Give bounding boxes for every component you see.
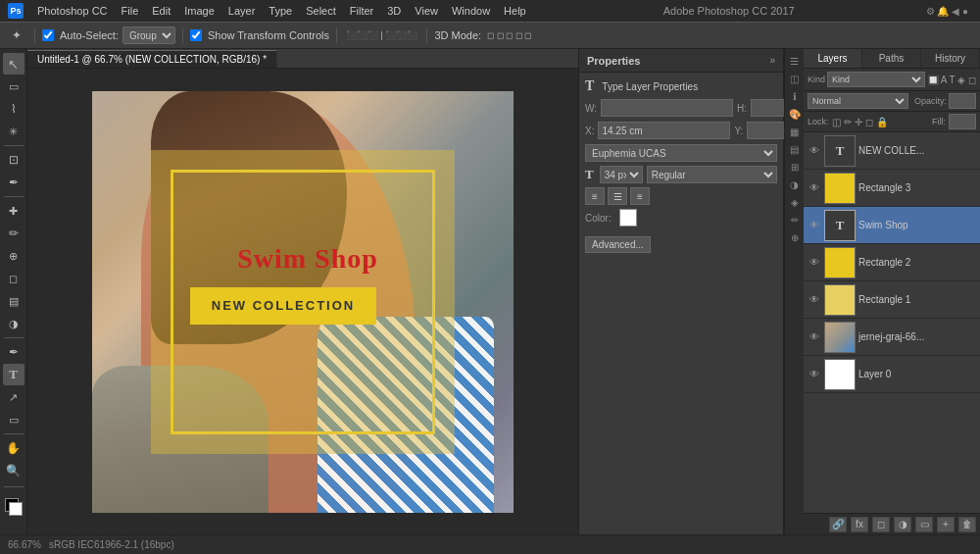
layer-item-layer0[interactable]: 👁 Layer 0 <box>804 356 980 393</box>
pattern-btn[interactable]: ⊞ <box>787 159 803 175</box>
layer-item-rect1[interactable]: 👁 Rectangle 1 <box>804 281 980 319</box>
styles-btn[interactable]: ◈ <box>787 194 803 210</box>
menu-3d[interactable]: 3D <box>381 3 407 19</box>
layer-eye-1[interactable]: 👁 <box>808 182 821 193</box>
menu-select[interactable]: Select <box>300 3 342 19</box>
layer-eye-6[interactable]: 👁 <box>808 369 821 379</box>
new-group-btn[interactable]: ▭ <box>915 517 933 532</box>
type-tool[interactable]: T <box>3 364 24 385</box>
lasso-tool[interactable]: ⌇ <box>3 98 24 120</box>
advanced-button[interactable]: Advanced... <box>585 236 651 253</box>
align-left-btn[interactable]: ≡ <box>585 187 605 205</box>
move-tool-btn[interactable]: ✦ <box>6 25 27 46</box>
align-center-btn[interactable]: ☰ <box>608 187 627 205</box>
layer-item-rect3[interactable]: 👁 Rectangle 3 <box>804 170 980 207</box>
tab-layers[interactable]: Layers <box>804 49 862 68</box>
3d-mode-icons: ◻ ◻ ◻ ◻ ◻ <box>487 30 531 40</box>
layer-item-rect2[interactable]: 👁 Rectangle 2 <box>804 244 980 281</box>
layer-style-btn[interactable]: fx <box>851 517 868 532</box>
auto-select-dropdown[interactable]: Group <box>122 26 175 44</box>
layer-eye-2[interactable]: 👁 <box>808 220 821 230</box>
dodge-tool[interactable]: ◑ <box>3 313 24 334</box>
lock-all-icon[interactable]: 🔒 <box>876 117 888 127</box>
menu-photoshop[interactable]: Photoshop CC <box>31 3 114 19</box>
menu-edit[interactable]: Edit <box>146 3 176 19</box>
adjustments-btn[interactable]: ◑ <box>787 176 803 192</box>
info-btn[interactable]: ℹ <box>787 88 803 104</box>
new-fill-btn[interactable]: ◑ <box>894 517 911 532</box>
kind-filter-select[interactable]: Kind <box>827 72 925 87</box>
auto-select-checkbox[interactable] <box>42 29 54 41</box>
color-swatch[interactable] <box>619 209 637 227</box>
new-collection-button[interactable]: NEW COLLECTION <box>190 287 376 325</box>
fill-input[interactable] <box>949 114 976 129</box>
width-input[interactable] <box>601 99 733 117</box>
transform-checkbox[interactable] <box>190 29 202 41</box>
document-canvas[interactable]: Swim Shop NEW COLLECTION <box>92 91 514 513</box>
layer-eye-0[interactable]: 👁 <box>808 145 821 156</box>
canvas-background[interactable]: Swim Shop NEW COLLECTION <box>27 69 578 534</box>
add-mask-btn[interactable]: ◻ <box>872 517 890 532</box>
shape-tool[interactable]: ▭ <box>3 409 24 430</box>
menu-image[interactable]: Image <box>178 3 220 19</box>
menu-help[interactable]: Help <box>498 3 532 19</box>
menu-filter[interactable]: Filter <box>344 3 379 19</box>
gradient-tool[interactable]: ▤ <box>3 290 24 312</box>
properties-body: T Type Layer Properties W: H: X: Y: Euph… <box>579 73 783 534</box>
layer-item-swim-shop[interactable]: 👁 T Swim Shop <box>804 207 980 244</box>
fg-bg-colors[interactable] <box>3 496 24 518</box>
gradients-btn[interactable]: ▤ <box>787 141 803 157</box>
font-select[interactable]: Euphemia UCAS <box>585 144 777 162</box>
menu-view[interactable]: View <box>409 3 444 19</box>
tab-history[interactable]: History <box>921 49 980 68</box>
font-style-select[interactable]: Regular <box>647 166 777 183</box>
heal-tool[interactable]: ✚ <box>3 200 24 222</box>
menu-file[interactable]: File <box>116 3 145 19</box>
pen-tool[interactable]: ✒ <box>3 341 24 363</box>
x-input[interactable] <box>598 122 730 139</box>
layer-item-new-collection[interactable]: 👁 T NEW COLLE... <box>804 132 980 170</box>
lock-position-icon[interactable]: ✛ <box>855 117 862 127</box>
path-select-tool[interactable]: ↗ <box>3 386 24 408</box>
brush-tool[interactable]: ✏ <box>3 223 24 244</box>
background-color[interactable] <box>9 502 23 516</box>
tab-paths[interactable]: Paths <box>862 49 921 68</box>
layers-tabs: Layers Paths History <box>804 49 980 69</box>
menu-type[interactable]: Type <box>263 3 298 19</box>
hand-tool[interactable]: ✋ <box>3 437 24 459</box>
window-controls[interactable]: ⚙ 🔔 ◀ ● <box>926 6 968 17</box>
layer-item-photo[interactable]: 👁 jernej-graj-66... <box>804 319 980 356</box>
eyedropper-tool[interactable]: ✒ <box>3 172 24 193</box>
link-layers-btn[interactable]: 🔗 <box>829 517 847 532</box>
menu-window[interactable]: Window <box>446 3 496 19</box>
lock-image-icon[interactable]: ✏ <box>844 117 852 127</box>
delete-layer-btn[interactable]: 🗑 <box>958 517 976 532</box>
properties-collapse[interactable]: » <box>769 55 775 66</box>
opacity-input[interactable] <box>949 93 976 109</box>
lock-artboard-icon[interactable]: ◻ <box>865 117 873 127</box>
swim-shop-text[interactable]: Swim Shop <box>166 243 450 275</box>
clone-tool[interactable]: ⊕ <box>3 245 24 267</box>
blend-mode-select[interactable]: Normal <box>808 93 908 109</box>
menu-layer[interactable]: Layer <box>222 3 262 19</box>
move-tool[interactable]: ↖ <box>3 53 24 75</box>
document-tab[interactable]: Untitled-1 @ 66.7% (NEW COLLECTION, RGB/… <box>27 50 277 68</box>
layer-eye-4[interactable]: 👁 <box>808 294 821 305</box>
layer-eye-3[interactable]: 👁 <box>808 257 821 268</box>
zoom-tool[interactable]: 🔍 <box>3 460 24 481</box>
brushes-btn[interactable]: ✏ <box>787 212 803 227</box>
layer-comps-btn[interactable]: ◫ <box>787 71 803 86</box>
lock-transparency-icon[interactable]: ◫ <box>832 117 841 127</box>
crop-tool[interactable]: ⊡ <box>3 149 24 171</box>
font-size-select[interactable]: 34 px <box>600 166 643 183</box>
select-tool[interactable]: ▭ <box>3 76 24 97</box>
eraser-tool[interactable]: ◻ <box>3 268 24 289</box>
new-layer-btn[interactable]: + <box>937 517 955 532</box>
magic-wand-tool[interactable]: ✳ <box>3 121 24 142</box>
color-btn[interactable]: 🎨 <box>787 106 803 122</box>
clone-source-btn[interactable]: ⊕ <box>787 229 803 245</box>
align-right-btn[interactable]: ≡ <box>630 187 650 205</box>
swatches-btn[interactable]: ▦ <box>787 124 803 139</box>
properties-strip-btn[interactable]: ☰ <box>787 53 803 69</box>
layer-eye-5[interactable]: 👁 <box>808 331 821 342</box>
